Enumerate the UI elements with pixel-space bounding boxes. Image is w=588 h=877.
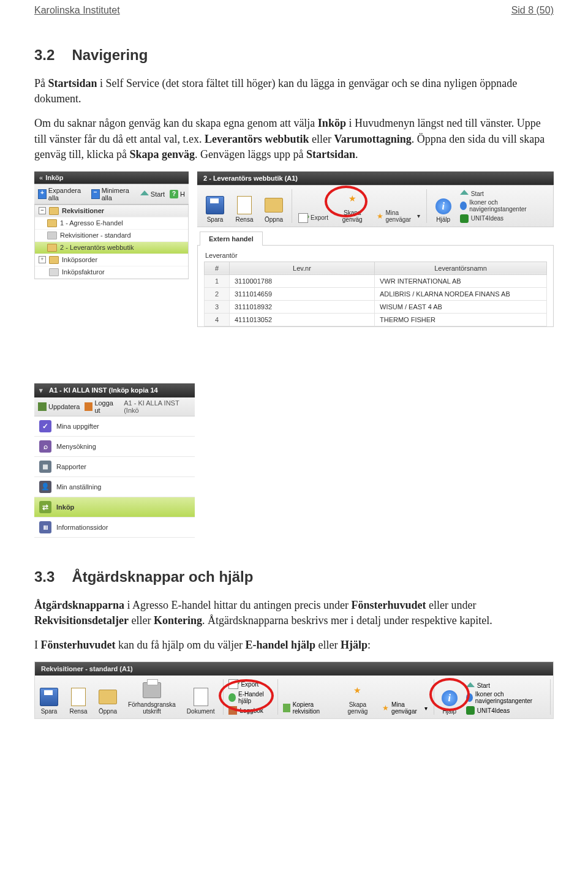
sec32-p1: På Startsidan i Self Service (det stora … xyxy=(34,76,554,107)
home-icon xyxy=(460,190,469,195)
context-path: A1 - KI ALLA INST (Inkö xyxy=(124,399,191,414)
icons-nav-keys-link[interactable]: Ikoner och navigeringstangenter xyxy=(460,199,541,213)
tree-group-inkopsfakturor[interactable]: Inköpsfakturor xyxy=(35,266,188,279)
save-button[interactable]: Spara xyxy=(203,196,227,223)
print-preview-button[interactable]: Förhandsgranska utskrift xyxy=(126,681,178,715)
table-row[interactable]: 13110001788VWR INTERNATIONAL AB xyxy=(205,274,547,287)
folder-icon xyxy=(49,268,59,276)
unit4-icon xyxy=(466,706,475,715)
highlight-ring-ehelp xyxy=(219,679,274,712)
folder-icon xyxy=(49,207,59,215)
printer-icon xyxy=(143,682,161,698)
col-levnr[interactable]: Lev.nr xyxy=(230,262,375,274)
sec32-p2: Om du saknar någon genväg kan du skapa e… xyxy=(34,116,554,163)
section-title: Navigering xyxy=(72,47,148,63)
uppdatera-button[interactable]: Uppdatera xyxy=(38,402,80,411)
nav-tree: −Rekvisitioner 1 - Agresso E-handel Rekv… xyxy=(34,205,189,279)
export-icon xyxy=(298,213,308,223)
tree-group-inkopsorder[interactable]: +Inköpsorder xyxy=(35,254,188,266)
folder-open-icon xyxy=(265,198,283,213)
mina-genvagar-button[interactable]: ★Mina genvägar▾ xyxy=(382,701,428,715)
sidebar-item-infosidor[interactable]: Informationssidor xyxy=(34,518,195,538)
highlight-ring-hjalp xyxy=(429,678,470,711)
sidebar-item-inkop[interactable]: Inköp xyxy=(34,497,195,518)
chevron-down-icon: ▾ xyxy=(424,705,428,712)
open-button[interactable]: Öppna xyxy=(262,196,285,223)
table-row[interactable]: 23111014659ADLIBRIS / KLARNA NORDEA FINA… xyxy=(205,287,547,300)
folder-icon xyxy=(49,256,59,264)
start-link[interactable]: Start xyxy=(460,190,541,197)
copy-icon xyxy=(283,704,290,712)
help-button[interactable]: iHjälp xyxy=(433,198,454,223)
unit4-icon xyxy=(460,214,469,223)
sidebar-item-menysokning[interactable]: Menysökning xyxy=(34,437,195,457)
info-icon: i xyxy=(435,198,451,214)
unit4ideas-link[interactable]: UNIT4Ideas xyxy=(460,214,541,223)
info-small-icon xyxy=(460,201,467,210)
sec33-p2: I Fönsterhuvudet kan du få hjälp om du v… xyxy=(34,638,554,653)
section-3-2-heading: 3.2Navigering xyxy=(34,47,554,64)
star-plus-icon: ★ xyxy=(353,685,361,695)
logga-ut-button[interactable]: Logga ut xyxy=(85,399,119,414)
clear-button[interactable]: Rensa xyxy=(233,196,256,223)
table-row[interactable]: 44111013052THERMO FISHER xyxy=(205,313,547,326)
refresh-icon xyxy=(38,402,47,411)
table-row[interactable]: 33111018932WISUM / EAST 4 AB xyxy=(205,300,547,313)
create-shortcut-button[interactable]: ★Skapa genväg xyxy=(334,189,371,223)
skapa-genvag-button[interactable]: ★Skapa genväg xyxy=(339,681,376,715)
help-mini-button[interactable]: ?H xyxy=(170,190,185,198)
minus-icon xyxy=(91,189,100,199)
folder-icon xyxy=(47,219,57,227)
chevron-down-icon xyxy=(39,386,45,394)
leverantor-table: # Lev.nr Leverantörsnamn 13110001788VWR … xyxy=(204,262,547,326)
kopiera-rekv-button[interactable]: Kopiera rekvisition xyxy=(283,701,333,715)
tab-extern-handel[interactable]: Extern handel xyxy=(200,231,263,246)
collapse-all-button[interactable]: Minimera alla xyxy=(91,187,135,201)
help-icon: ? xyxy=(170,190,178,198)
search-icon xyxy=(39,440,51,453)
transfer-icon xyxy=(39,501,51,513)
export-button[interactable]: Export xyxy=(298,213,328,223)
icons-nav-keys-link[interactable]: Ikoner och navigeringstangenter xyxy=(466,691,544,704)
screenshot-navigering: Inköp Expandera alla Minimera alla Start… xyxy=(34,171,554,538)
screenshot-ribbon: Rekvisitioner - standard (A1) Spara Rens… xyxy=(34,661,554,719)
sidebar-item-mina-uppgifter[interactable]: Mina uppgifter xyxy=(34,416,195,437)
sidebar-item-min-anstallning[interactable]: Min anställning xyxy=(34,477,195,497)
tree-group-rekvisitioner[interactable]: −Rekvisitioner xyxy=(35,205,188,217)
document-icon xyxy=(194,688,208,706)
plus-icon xyxy=(38,189,47,199)
window-title: Rekvisitioner - standard (A1) xyxy=(35,662,553,676)
tree-item-agresso[interactable]: 1 - Agresso E-handel xyxy=(35,217,188,230)
start-link[interactable]: Start xyxy=(466,682,544,689)
section-title: Åtgärdsknappar och hjälp xyxy=(72,568,253,585)
save-button[interactable]: Spara xyxy=(37,688,61,715)
tree-item-lev-webbutik[interactable]: 2 - Leverantörs webbutik xyxy=(35,242,188,254)
col-levnamn[interactable]: Leverantörsnamn xyxy=(375,262,547,274)
chevron-down-icon: ▾ xyxy=(417,213,420,219)
unit4ideas-link[interactable]: UNIT4Ideas xyxy=(466,706,544,715)
star-icon: ★ xyxy=(377,212,383,220)
start-button[interactable]: Start xyxy=(140,190,165,198)
expand-icon: + xyxy=(39,256,46,263)
bars-icon xyxy=(39,521,51,533)
table-group-label: Leverantör xyxy=(205,252,547,259)
main-menu-sidebar: A1 - KI ALLA INST (Inköp kopia 14 Uppdat… xyxy=(34,383,195,538)
ribbon-bottom: Spara Rensa Öppna Förhandsgranska utskri… xyxy=(35,676,553,718)
section-3-3-heading: 3.3Åtgärdsknappar och hjälp xyxy=(34,568,554,585)
sidebar-item-rapporter[interactable]: Rapporter xyxy=(34,457,195,477)
save-icon xyxy=(40,688,58,706)
open-button[interactable]: Öppna xyxy=(96,688,119,715)
page-icon xyxy=(71,688,86,706)
tree-item-rekv-standard[interactable]: Rekvisitioner - standard xyxy=(35,230,188,242)
doc-header-right: Sid 8 (50) xyxy=(511,5,554,16)
page-icon xyxy=(47,231,57,239)
clear-button[interactable]: Rensa xyxy=(67,688,90,715)
col-idx[interactable]: # xyxy=(205,262,230,274)
home-icon xyxy=(140,190,149,195)
person-icon xyxy=(39,481,51,493)
my-shortcuts-button[interactable]: ★Mina genvägar▾ xyxy=(377,209,420,223)
star-icon: ★ xyxy=(382,704,389,712)
dokument-button[interactable]: Dokument xyxy=(184,688,217,715)
logout-icon xyxy=(85,402,92,411)
expand-all-button[interactable]: Expandera alla xyxy=(38,187,86,201)
